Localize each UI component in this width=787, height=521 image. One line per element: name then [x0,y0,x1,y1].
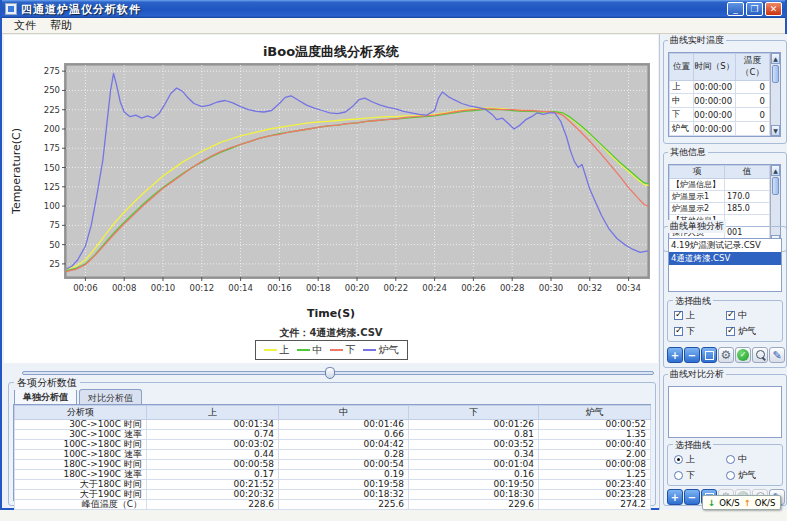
table-cell: 0.28 [279,450,409,460]
column-header: 下 [409,406,539,420]
preview-button[interactable] [752,347,768,363]
table-cell: 中 [670,94,694,108]
table-row[interactable]: 下00:00:000 [670,108,770,122]
restore-button[interactable]: ❐ [746,2,763,16]
column-header: 上 [147,406,279,420]
table-header-row: 项值 [670,166,770,179]
checkbox-icon[interactable] [726,311,735,320]
scroll-thumb[interactable] [772,65,779,83]
checkbox-icon[interactable] [674,327,683,336]
table-cell: 180C->190C 速率 [15,470,147,480]
zoom-out-button[interactable] [684,347,700,363]
table-row[interactable]: 炉气00:00:000 [670,122,770,136]
curve-radio-4[interactable]: 炉气 [726,469,778,482]
minimize-button[interactable]: _ [727,2,744,16]
table-cell: 大于180C 时间 [15,480,147,490]
curve-checkbox-4[interactable]: 炉气 [726,325,778,338]
table-cell: 30C->100C 速率 [15,430,147,440]
scroll-up-icon[interactable]: ▲ [771,165,780,176]
table-cell: 00:19:50 [409,480,539,490]
table-cell: 00:23:28 [539,490,651,500]
table-row[interactable]: 大于190C 时间00:20:3200:18:3200:18:3000:23:2… [15,490,651,500]
table-cell: 00:01:26 [409,420,539,430]
scroll-up-icon[interactable]: ▲ [771,53,780,64]
table-cell: 00:18:32 [279,490,409,500]
table-row[interactable]: 炉温显示2185.0 [670,203,770,215]
x-tick-label: 00:20 [345,283,370,293]
table-row[interactable]: 180C->190C 时间00:00:5800:00:5400:01:0400:… [15,460,651,470]
radio-icon[interactable] [674,471,683,480]
table-row[interactable]: 【炉温信息】 [670,179,770,191]
table-row[interactable]: 中00:00:000 [670,94,770,108]
zoom-in-button[interactable] [667,347,683,363]
upload-status: OK/S [755,498,776,508]
zoom-reset-button[interactable] [701,347,717,363]
close-button[interactable]: ✕ [765,2,782,16]
single-select-curve-group: 选择曲线 上中下炉气 [667,300,783,342]
download-arrow-icon: ↓ [708,498,715,508]
table-row[interactable]: 30C->100C 速率0.740.660.811.35 [15,430,651,440]
csv-file-item[interactable]: 4.19炉温测试记录.CSV [669,239,781,252]
table-cell: 00:19:58 [279,480,409,490]
scroll-down-icon[interactable]: ▼ [771,125,780,136]
settings-button[interactable] [718,347,734,363]
radio-icon[interactable] [726,455,735,464]
chart-scroll-slider[interactable] [22,367,654,379]
table-cell: 100C->180C 速率 [15,450,147,460]
curve-checkbox-3[interactable]: 下 [674,325,726,338]
radio-icon[interactable] [726,471,735,480]
menu-file[interactable]: 文件 [8,17,42,34]
table-row[interactable]: 100C->180C 速率0.440.280.342.00 [15,450,651,460]
temperature-chart[interactable]: 25507510012515017520022525027500:0600:08… [8,59,654,305]
table-row[interactable]: 峰值温度（C）228.6225.6229.6274.2 [15,500,651,510]
compare-select-curve-group: 选择曲线 上中下炉气 [667,444,783,486]
curve-radio-1[interactable]: 上 [674,453,726,466]
scroll-thumb[interactable] [772,177,779,195]
realtime-scrollbar[interactable]: ▲ ▼ [770,53,780,136]
checkbox-icon[interactable] [726,327,735,336]
table-row[interactable]: 180C->190C 速率0.170.190.161.25 [15,470,651,480]
table-cell: 炉温显示2 [670,203,725,215]
table-row[interactable]: 30C->100C 时间00:01:3400:01:4600:01:2600:0… [15,420,651,430]
curve-checkbox-2[interactable]: 中 [726,309,778,322]
compare-analysis-title: 曲线对比分析 [668,368,726,381]
column-header: 项 [670,166,725,179]
curve-checkbox-1[interactable]: 上 [674,309,726,322]
table-row[interactable]: 炉温显示1170.0 [670,191,770,203]
table-row[interactable]: 上00:00:000 [670,80,770,94]
radio-icon[interactable] [674,455,683,464]
apply-button[interactable]: ✓ [735,347,751,363]
slider-thumb[interactable] [325,367,335,379]
curve-radio-2[interactable]: 中 [726,453,778,466]
table-cell: 1.35 [539,430,651,440]
curve-radio-3[interactable]: 下 [674,469,726,482]
y-tick-label: 250 [44,85,60,95]
y-axis-label: Temperature(C) [10,128,23,215]
zoom-out-button[interactable] [684,489,700,505]
compare-file-list[interactable] [668,386,782,438]
analysis-table: 分析项上中下炉气30C->100C 时间00:01:3400:01:4600:0… [14,405,651,510]
table-cell: 180C->190C 时间 [15,460,147,470]
table-cell: 0 [736,122,770,136]
table-cell: 185.0 [725,203,770,215]
zoom-in-button[interactable] [667,489,683,505]
legend-label: 中 [313,343,323,357]
column-header: 位置 [670,54,694,81]
column-header: 分析项 [15,406,147,420]
legend-label: 炉气 [379,343,399,357]
y-tick-label: 100 [44,201,60,211]
menu-help[interactable]: 帮助 [44,17,78,34]
slider-groove[interactable] [22,371,654,375]
choice-label: 中 [738,309,747,322]
y-tick-label: 200 [44,124,60,134]
edit-button[interactable] [769,347,785,363]
analysis-values-title: 各项分析数值 [14,376,80,390]
checkbox-icon[interactable] [674,311,683,320]
y-tick-label: 50 [49,240,60,250]
table-row[interactable]: 大于180C 时间00:21:5200:19:5800:19:5000:23:4… [15,480,651,490]
x-tick-label: 00:14 [228,283,253,293]
table-cell: 0 [736,108,770,122]
x-tick-label: 00:10 [151,283,176,293]
table-row[interactable]: 100C->180C 时间00:03:0200:04:4200:03:5200:… [15,440,651,450]
csv-file-item[interactable]: 4通道烤漆.CSV [669,252,781,265]
